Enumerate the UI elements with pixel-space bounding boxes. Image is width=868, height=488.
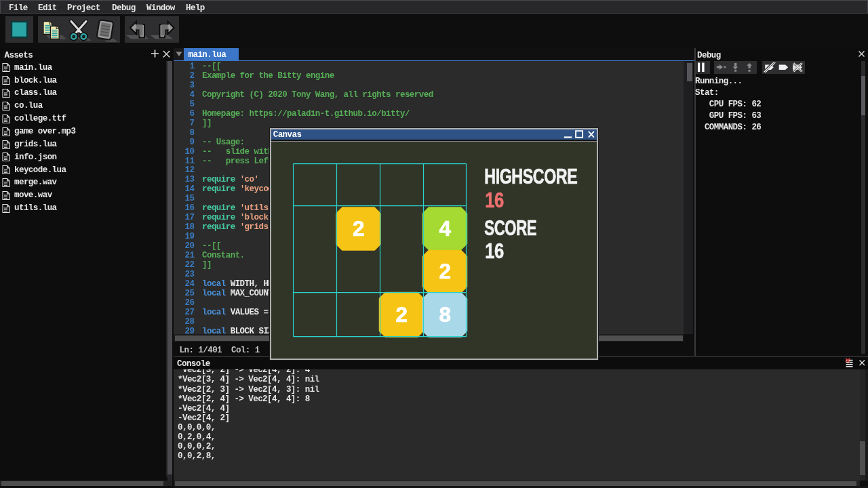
svg-text:2: 2 [439, 259, 451, 283]
svg-text:16: 16 [485, 239, 504, 263]
svg-text:4: 4 [439, 216, 452, 241]
svg-text:2: 2 [396, 302, 408, 327]
svg-text:SCORE: SCORE [484, 216, 536, 240]
svg-text:HIGHSCORE: HIGHSCORE [484, 165, 577, 188]
svg-text:8: 8 [439, 302, 451, 327]
svg-text:16: 16 [485, 188, 504, 212]
svg-text:2: 2 [353, 216, 364, 241]
